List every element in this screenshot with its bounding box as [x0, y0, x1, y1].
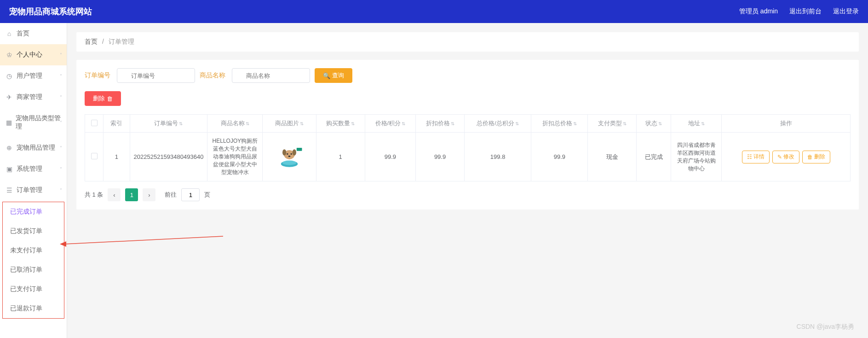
next-page-button[interactable]: ›: [143, 188, 155, 201]
content-panel: 订单编号 🔍 商品名称 🔍 🔍 查询 删除 🗑: [76, 60, 859, 210]
sidebar-item-users[interactable]: ◷ 用户管理 ˅: [0, 65, 67, 87]
row-checkbox[interactable]: [91, 153, 98, 159]
main-content: 首页 / 订单管理 订单编号 🔍 商品名称 🔍 🔍 查询: [67, 23, 868, 338]
submenu-refunded[interactable]: 已退款订单: [3, 299, 64, 318]
delete-button[interactable]: 删除 🗑: [85, 91, 121, 106]
order-no-label: 订单编号: [85, 71, 110, 80]
cell-actions: ☷ 详情 ✎ 修改 🗑 删除: [722, 133, 851, 181]
table-row: 1 202252521593480493640 HELLOJOY狗厕所蓝色大号大…: [85, 133, 851, 181]
sidebar-label: 商家管理: [17, 93, 42, 101]
submenu-paid[interactable]: 已支付订单: [3, 280, 64, 299]
cell-status: 已完成: [637, 133, 671, 181]
col-actions: 操作: [722, 115, 851, 133]
product-name-label: 商品名称: [200, 71, 225, 80]
row-delete-button[interactable]: 🗑 删除: [802, 151, 830, 163]
sort-icon: ⇅: [658, 121, 662, 126]
submenu-shipped[interactable]: 已发货订单: [3, 221, 64, 241]
sort-icon: ⇅: [451, 121, 454, 126]
header: 宠物用品商城系统网站 管理员 admin 退出到前台 退出登录: [0, 0, 868, 23]
sidebar-item-profile[interactable]: ♔ 个人中心 ˅: [0, 44, 67, 65]
sort-icon: ⇅: [623, 121, 627, 126]
prev-page-button[interactable]: ‹: [108, 188, 121, 201]
breadcrumb: 首页 / 订单管理: [76, 32, 859, 52]
chevron-down-icon: ˅: [60, 120, 62, 125]
col-order-no[interactable]: 订单编号⇅: [130, 115, 207, 133]
query-button[interactable]: 🔍 查询: [315, 68, 352, 83]
cell-pay-type: 现金: [588, 133, 637, 181]
breadcrumb-home[interactable]: 首页: [85, 38, 98, 45]
admin-label[interactable]: 管理员 admin: [739, 7, 778, 16]
sidebar: ⌂ 首页 ♔ 个人中心 ˅ ◷ 用户管理 ˅ ✈ 商家管理 ˅ ▦ 宠物用品类型…: [0, 23, 67, 338]
user-icon: ♔: [6, 51, 13, 58]
chevron-down-icon: ˅: [60, 146, 62, 151]
send-icon: ✈: [6, 93, 13, 101]
cell-index: 1: [103, 133, 130, 181]
order-no-input[interactable]: [117, 68, 195, 83]
search-icon: 🔍: [323, 72, 330, 79]
col-quantity[interactable]: 购买数量⇅: [316, 115, 365, 133]
app-title: 宠物用品商城系统网站: [9, 6, 92, 17]
chevron-down-icon: ˅: [60, 52, 62, 58]
archive-icon: ▣: [6, 165, 13, 173]
chevron-down-icon: ˅: [60, 95, 62, 100]
sidebar-item-system[interactable]: ▣ 系统管理 ˅: [0, 158, 67, 180]
cell-quantity: 1: [316, 133, 365, 181]
exit-frontend-link[interactable]: 退出到前台: [789, 7, 822, 16]
sort-icon: ⇅: [573, 121, 577, 126]
edit-button[interactable]: ✎ 修改: [772, 151, 799, 163]
product-name-input[interactable]: [232, 68, 310, 83]
goto-label: 前往: [165, 191, 177, 199]
col-address[interactable]: 地址⇅: [671, 115, 722, 133]
col-image[interactable]: 商品图片⇅: [263, 115, 316, 133]
submenu-cancelled[interactable]: 已取消订单: [3, 260, 64, 280]
cell-discount-total: 99.9: [531, 133, 588, 181]
col-index[interactable]: 索引: [103, 115, 130, 133]
sidebar-item-products[interactable]: ⊕ 宠物用品管理 ˅: [0, 137, 67, 158]
dog-image-icon: [276, 146, 303, 169]
cell-order-no: 202252521593480493640: [130, 133, 207, 181]
svg-point-6: [291, 153, 292, 154]
col-price[interactable]: 价格/积分⇅: [365, 115, 416, 133]
col-product-name[interactable]: 商品名称⇅: [207, 115, 263, 133]
svg-point-7: [288, 155, 291, 157]
svg-point-1: [282, 160, 296, 165]
grid-icon: ▦: [6, 119, 12, 126]
order-submenu: 已完成订单 已发货订单 未支付订单 已取消订单 已支付订单 已退款订单: [2, 202, 64, 319]
col-discount[interactable]: 折扣价格⇅: [416, 115, 465, 133]
col-discount-total[interactable]: 折扣总价格⇅: [531, 115, 588, 133]
header-right: 管理员 admin 退出到前台 退出登录: [739, 7, 859, 16]
sidebar-item-orders[interactable]: ☰ 订单管理 ˅: [0, 180, 67, 201]
trash-icon: 🗑: [107, 95, 113, 102]
logout-link[interactable]: 退出登录: [833, 7, 859, 16]
svg-point-4: [293, 149, 296, 155]
sort-icon: ⇅: [351, 121, 355, 126]
page-suffix: 页: [204, 191, 210, 199]
col-status[interactable]: 状态⇅: [637, 115, 671, 133]
sidebar-item-merchants[interactable]: ✈ 商家管理 ˅: [0, 87, 67, 108]
product-image: [273, 141, 305, 173]
submenu-unpaid[interactable]: 未支付订单: [3, 241, 64, 260]
order-table: 索引 订单编号⇅ 商品名称⇅ 商品图片⇅ 购买数量⇅ 价格/积分⇅ 折扣价格⇅ …: [85, 114, 851, 181]
cell-total: 199.8: [464, 133, 531, 181]
detail-icon: ☷: [747, 154, 752, 160]
sidebar-item-product-types[interactable]: ▦ 宠物用品类型管理 ˅: [0, 108, 67, 137]
svg-point-3: [282, 149, 286, 155]
pagination-total: 共 1 条: [85, 191, 103, 199]
breadcrumb-current: 订单管理: [109, 38, 134, 45]
trash-icon: 🗑: [807, 154, 813, 160]
sidebar-label: 宠物用品类型管理: [16, 114, 61, 131]
submenu-completed[interactable]: 已完成订单: [3, 202, 64, 221]
select-all-checkbox[interactable]: [91, 120, 98, 126]
sort-icon: ⇅: [402, 121, 405, 126]
col-pay-type[interactable]: 支付类型⇅: [588, 115, 637, 133]
svg-point-5: [287, 153, 288, 154]
sidebar-label: 首页: [17, 29, 29, 38]
detail-button[interactable]: ☷ 详情: [742, 151, 770, 163]
col-total[interactable]: 总价格/总积分⇅: [464, 115, 531, 133]
page-number-button[interactable]: 1: [125, 188, 138, 201]
chevron-down-icon: ˅: [60, 74, 62, 79]
sidebar-label: 宠物用品管理: [17, 144, 55, 152]
sidebar-item-home[interactable]: ⌂ 首页: [0, 23, 67, 44]
goto-page-input[interactable]: [181, 188, 200, 201]
action-row: 删除 🗑: [85, 91, 851, 106]
